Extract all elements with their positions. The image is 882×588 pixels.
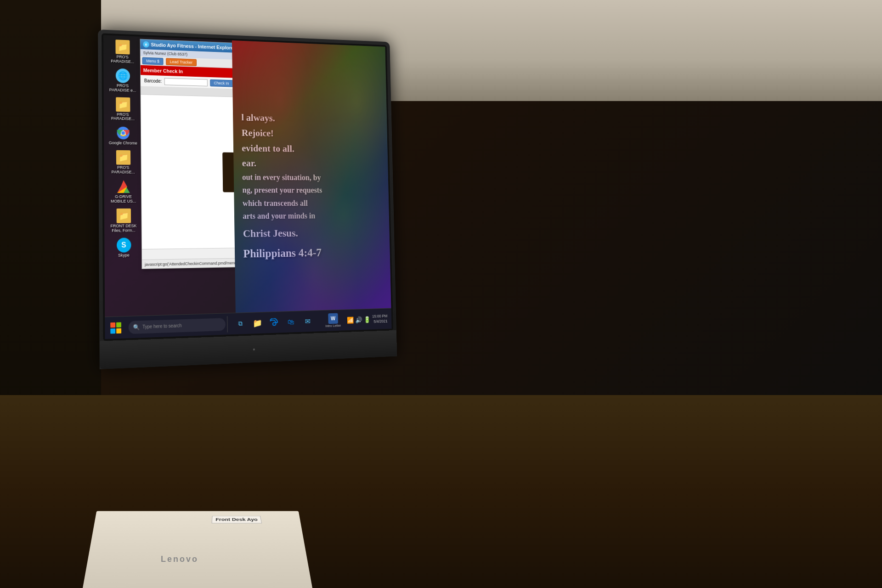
taskbar-app-word[interactable]: W Intro Letter xyxy=(319,311,347,331)
word-icon: W xyxy=(328,313,338,324)
network-icon: 📶 xyxy=(347,317,354,324)
battery-icon: 🔋 xyxy=(364,316,371,323)
gdrive-icon xyxy=(116,179,130,194)
check-in-button[interactable]: Check In xyxy=(210,79,233,87)
start-button[interactable] xyxy=(105,316,127,339)
menu-button[interactable]: Menu $ xyxy=(142,57,164,65)
desktop-icon-label: PRO'S PARADISE... xyxy=(107,166,139,175)
date: 5/4/2021 xyxy=(372,319,387,324)
windows-quad-blue xyxy=(110,328,115,334)
taskbar-quick-launch: ⧉ 📁 🛍 ✉ xyxy=(232,313,315,332)
desktop-icon-skype[interactable]: S Skype xyxy=(107,236,141,260)
desktop-icons: 📁 PRO'S PARADISE... 🌐 PRO'S PARADISE e..… xyxy=(103,35,143,316)
search-icon: 🔍 xyxy=(133,324,140,331)
task-view-button[interactable]: ⧉ xyxy=(232,315,248,332)
desktop-icon-label: G-DRIVE MOBILE US... xyxy=(107,195,139,204)
wallpaper-colors xyxy=(232,40,392,334)
desktop-icon-paradise3[interactable]: 📁 PRO'S PARADISE... xyxy=(106,148,140,177)
volume-icon: 🔊 xyxy=(356,316,362,323)
windows-logo xyxy=(110,322,121,334)
folder-icon: 📁 xyxy=(116,150,130,165)
monitor-bezel: 📁 PRO'S PARADISE... 🌐 PRO'S PARADISE e..… xyxy=(102,33,393,341)
barcode-label: Barcode: xyxy=(144,78,162,84)
lenovo-brand-label: Lenovo xyxy=(161,554,198,564)
windows-quad-red xyxy=(110,322,115,327)
folder-icon: 📁 xyxy=(116,209,131,223)
desktop-icon-label: PRO'S PARADISE... xyxy=(107,55,138,65)
scripture-wallpaper: l always. Rejoice! evident to all. ear. … xyxy=(232,40,392,334)
search-bar[interactable]: 🔍 Type here to search xyxy=(129,318,226,334)
monitor: 📁 PRO'S PARADISE... 🌐 PRO'S PARADISE e..… xyxy=(98,29,397,369)
system-tray: 📶 🔊 🔋 15:00 PM 5/4/2021 xyxy=(347,313,391,325)
front-desk-label: Front Desk Ayo xyxy=(212,516,262,523)
desktop-icon-chrome[interactable]: Google Chrome xyxy=(106,124,140,148)
desktop-icon-label: Skype xyxy=(118,253,130,258)
ie-title-icon: e xyxy=(143,41,149,48)
barcode-input[interactable] xyxy=(164,78,208,86)
windows-quad-yellow xyxy=(116,328,121,333)
desktop-icon-frontdesk[interactable]: 📁 FRONT DESK Files, Form... xyxy=(107,207,141,235)
folder-icon: 📁 xyxy=(115,40,130,54)
chrome-icon xyxy=(116,126,130,141)
desktop-icon-gdrive[interactable]: G-DRIVE MOBILE US... xyxy=(107,177,141,206)
desktop-icon-ie[interactable]: 🌐 PRO'S PARADISE e... xyxy=(106,66,139,95)
store-button[interactable]: 🛍 xyxy=(283,314,299,330)
taskbar-apps: W Intro Letter xyxy=(319,311,347,331)
desktop-icon-paradise1[interactable]: 📁 PRO'S PARADISE... xyxy=(106,37,139,66)
windows-quad-green xyxy=(116,322,121,327)
taskbar-app-label: Intro Letter xyxy=(325,323,341,328)
search-placeholder: Type here to search xyxy=(142,323,182,329)
desktop-icon-label: PRO'S PARADISE... xyxy=(107,112,138,122)
quick-launch-divider xyxy=(227,316,227,332)
edge-button[interactable] xyxy=(266,314,282,331)
mail-button[interactable]: ✉ xyxy=(300,313,315,330)
ie-user-text: Sylvia Nunez (Club 6537) xyxy=(143,51,187,57)
folder-icon: 📁 xyxy=(116,97,130,112)
desktop-icon-label: FRONT DESK Files, Form... xyxy=(108,224,140,233)
skype-icon: S xyxy=(116,237,131,252)
ie-icon: 🌐 xyxy=(115,68,130,83)
clock: 15:00 PM xyxy=(372,314,387,319)
lead-tracker-button[interactable]: Lead Tracker xyxy=(166,58,197,66)
desktop: 📁 PRO'S PARADISE... 🌐 PRO'S PARADISE e..… xyxy=(103,35,392,339)
desktop-icon-label: Google Chrome xyxy=(109,141,137,146)
monitor-indicator: ● xyxy=(253,346,255,351)
monitor-screen: 📁 PRO'S PARADISE... 🌐 PRO'S PARADISE e..… xyxy=(103,35,392,339)
ie-title-text: Studio Ayo Fitness - Internet Explorer xyxy=(151,42,235,51)
tray-time: 15:00 PM 5/4/2021 xyxy=(372,314,388,324)
desktop-icon-label: PRO'S PARADISE e... xyxy=(107,83,138,93)
desktop-icon-paradise2[interactable]: 📁 PRO'S PARADISE... xyxy=(106,95,140,124)
desk-papers: Front Desk Ayo xyxy=(83,511,312,588)
ie-nav-title: Member Check In xyxy=(143,68,183,74)
file-explorer-button[interactable]: 📁 xyxy=(249,315,265,331)
